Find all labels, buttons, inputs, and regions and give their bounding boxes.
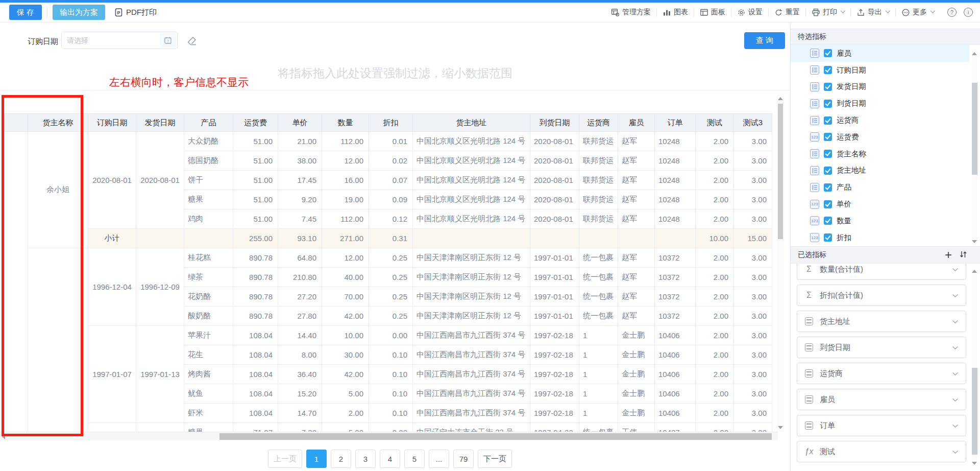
chevron-down-icon[interactable] [952, 447, 959, 456]
pending-indicator-item[interactable]: 运货商 [791, 112, 969, 129]
sort-indicators-icon[interactable] [959, 250, 967, 260]
toolbar-bar-chart-button[interactable]: 图表 [656, 8, 694, 17]
checkbox-checked-icon[interactable] [824, 100, 832, 108]
pending-indicator-item[interactable]: 123运货费 [791, 129, 969, 146]
table-cell: 饼干 [184, 171, 233, 190]
calendar-icon[interactable]: 7 [160, 33, 176, 48]
chevron-down-icon [930, 8, 936, 13]
checkbox-checked-icon[interactable] [824, 66, 832, 74]
pending-indicator-label: 产品 [837, 182, 851, 192]
info-icon[interactable]: i [964, 8, 973, 17]
scroll-up-arrow-icon[interactable] [972, 52, 977, 55]
horizontal-scrollbar[interactable] [0, 432, 778, 440]
toolbar-print-button[interactable]: 打印 [805, 8, 850, 17]
scroll-up-arrow-icon[interactable] [972, 270, 977, 273]
selected-indicator-card[interactable]: 货主地址 [797, 311, 966, 332]
pending-list-scrollbar[interactable] [972, 51, 977, 244]
checkbox-checked-icon[interactable] [824, 200, 832, 208]
selected-indicator-card[interactable]: 运货商 [797, 363, 966, 384]
checkbox-checked-icon[interactable] [824, 83, 832, 91]
selected-indicator-card[interactable]: ƒx测试 [797, 441, 966, 462]
chevron-down-icon[interactable] [952, 291, 959, 300]
page-number-button[interactable]: 2 [331, 450, 351, 468]
save-button[interactable]: 保 存 [9, 5, 42, 20]
help-icon[interactable]: ? [947, 8, 957, 17]
table-cell: 3.00 [734, 307, 772, 326]
selected-list-scrollbar[interactable] [972, 269, 977, 466]
toolbar-manage-plan-button[interactable]: 管理方案 [605, 8, 656, 17]
checkbox-checked-icon[interactable] [824, 167, 832, 175]
selected-indicator-card[interactable]: 订单 [797, 415, 966, 436]
clear-filter-eraser-icon[interactable] [186, 35, 198, 47]
pending-indicator-item[interactable]: 123折扣 [791, 229, 969, 246]
pending-indicator-item[interactable]: 123单价 [791, 196, 969, 213]
checkbox-checked-icon[interactable] [824, 150, 832, 158]
table-cell: 10372 [655, 268, 696, 287]
checkbox-checked-icon[interactable] [824, 49, 832, 57]
chevron-down-icon[interactable] [952, 343, 959, 352]
table-cell: 统一包裹 [579, 268, 618, 287]
add-indicator-icon[interactable]: + [945, 250, 952, 260]
checkbox-checked-icon[interactable] [824, 183, 832, 192]
chevron-down-icon[interactable] [952, 317, 959, 326]
chevron-down-icon[interactable] [952, 421, 959, 430]
selected-indicator-card[interactable]: 雇员 [797, 389, 966, 410]
page-number-button[interactable]: 79 [453, 450, 474, 468]
indicator-sidebar: 待选指标 雇员订购日期发货日期到货日期运货商123运货费货主名称货主地址产品12… [790, 22, 980, 471]
pending-indicator-item[interactable]: 货主名称 [791, 146, 969, 162]
checkbox-checked-icon[interactable] [824, 233, 832, 242]
selected-indicator-card[interactable]: Σ数量(合计值) [797, 264, 966, 280]
toolbar-export-button[interactable]: 导出 [850, 8, 895, 17]
table-cell: 联邦货运 [579, 132, 618, 151]
toolbar-settings-button[interactable]: 设置 [731, 8, 768, 17]
page-number-button[interactable]: 4 [380, 450, 400, 468]
table-cell: 2020-08-01 [88, 132, 136, 229]
selected-scrollbar-thumb[interactable] [972, 368, 977, 455]
table-cell [28, 248, 88, 432]
vertical-scrollbar-thumb[interactable] [778, 104, 783, 239]
checkbox-checked-icon[interactable] [824, 217, 832, 225]
page-ellipsis-button[interactable]: ... [429, 450, 449, 468]
table-cell [88, 423, 136, 432]
scroll-left-arrow-icon[interactable] [2, 434, 5, 439]
page-number-button[interactable]: 1 [306, 450, 327, 468]
pdf-print-button[interactable]: P PDF打印 [114, 8, 157, 17]
horizontal-scrollbar-thumb[interactable] [219, 433, 772, 440]
pending-indicator-item[interactable]: 雇员 [791, 45, 969, 62]
pending-indicator-item[interactable]: 产品 [791, 179, 969, 196]
scroll-down-arrow-icon[interactable] [972, 240, 977, 243]
table-cell: 3.00 [734, 404, 772, 423]
toolbar-panel-button[interactable]: 面板 [694, 8, 731, 17]
dim-field-icon [810, 99, 819, 108]
pending-indicator-item[interactable]: 发货日期 [791, 79, 969, 96]
pending-indicators-list: 雇员订购日期发货日期到货日期运货商123运货费货主名称货主地址产品123单价12… [791, 45, 969, 246]
next-page-button[interactable]: 下一页 [478, 450, 512, 468]
toolbar-more-button[interactable]: 更多 [895, 8, 940, 17]
checkbox-checked-icon[interactable] [824, 133, 832, 141]
scroll-down-arrow-icon[interactable] [778, 426, 783, 429]
page-number-button[interactable]: 5 [404, 450, 425, 468]
date-input-field[interactable] [62, 32, 159, 49]
chevron-down-icon[interactable] [952, 265, 959, 274]
table-cell: 中国北京顺义区光明北路 124 号 [413, 190, 530, 209]
pending-indicator-item[interactable]: 123数量 [791, 213, 969, 229]
pending-indicator-item[interactable]: 货主地址 [791, 162, 969, 179]
vertical-scrollbar[interactable] [777, 95, 784, 432]
selected-indicator-card[interactable]: 到货日期 [797, 337, 966, 358]
order-date-input[interactable]: 7 [61, 32, 178, 49]
pending-indicator-item[interactable]: 到货日期 [791, 95, 969, 112]
page-number-button[interactable]: 3 [355, 450, 376, 468]
scroll-down-arrow-icon[interactable] [972, 462, 977, 465]
pending-indicator-item[interactable]: 订购日期 [791, 62, 969, 79]
table-cell: 中国江西南昌市九江西街 374 号 [413, 345, 530, 365]
export-as-plan-button[interactable]: 输出为方案 [53, 5, 105, 20]
checkbox-checked-icon[interactable] [824, 116, 832, 125]
chevron-down-icon[interactable] [952, 369, 959, 378]
query-button[interactable]: 查 询 [744, 32, 785, 49]
chevron-down-icon[interactable] [952, 395, 959, 404]
scroll-up-arrow-icon[interactable] [778, 97, 783, 100]
selected-indicator-card[interactable]: Σ折扣(合计值) [797, 285, 966, 306]
prev-page-button[interactable]: 上一页 [268, 450, 302, 468]
pending-scrollbar-thumb[interactable] [972, 83, 977, 175]
toolbar-reset-button[interactable]: 重置 [768, 8, 805, 17]
